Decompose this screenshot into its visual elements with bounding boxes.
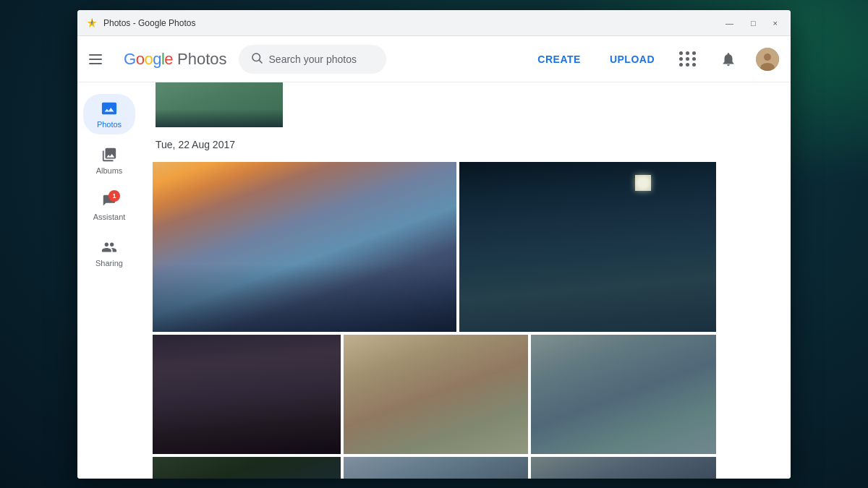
assistant-badge: 1: [109, 190, 120, 202]
sidebar-item-albums[interactable]: Albums: [83, 140, 135, 181]
assistant-label: Assistant: [93, 213, 126, 221]
notifications-button[interactable]: [715, 46, 741, 72]
browser-tab-title: Photos - Google Photos: [103, 18, 721, 28]
search-icon: [250, 51, 263, 67]
partial-top-image[interactable]: [156, 82, 283, 127]
navbar: Google Photos Search your photos CREATE …: [77, 36, 791, 82]
google-apps-button[interactable]: [675, 46, 701, 72]
assistant-icon: 1: [101, 192, 118, 210]
photos-label: Photos: [97, 120, 122, 129]
photo-mountains-moon[interactable]: [459, 162, 716, 332]
search-bar[interactable]: Search your photos: [239, 45, 387, 74]
albums-label: Albums: [96, 166, 123, 175]
avatar-image: [756, 48, 779, 71]
photo-rocky-partial[interactable]: [531, 457, 716, 479]
hamburger-line-2: [89, 59, 102, 60]
title-bar: Photos - Google Photos — □ ×: [77, 10, 791, 36]
sidebar-item-sharing[interactable]: Sharing: [83, 233, 135, 273]
date-header: Tue, 22 Aug 2017: [153, 133, 779, 156]
svg-point-4: [252, 53, 260, 61]
search-placeholder-text: Search your photos: [269, 53, 357, 65]
close-button[interactable]: ×: [769, 16, 782, 30]
photo-london-shard[interactable]: [153, 162, 456, 332]
svg-point-7: [764, 53, 771, 61]
browser-window: Photos - Google Photos — □ × Google Phot…: [77, 10, 791, 479]
photo-ocean-partial[interactable]: [344, 457, 528, 479]
photo-row-3: [153, 457, 779, 479]
photo-stpauls[interactable]: [153, 335, 341, 454]
google-photos-logo: Google Photos: [124, 50, 227, 69]
sidebar-item-photos[interactable]: Photos: [83, 94, 135, 134]
photo-row-2: [153, 335, 779, 454]
account-avatar[interactable]: [756, 48, 779, 71]
sidebar: Photos Albums 1: [77, 82, 141, 479]
sharing-label: Sharing: [95, 259, 123, 267]
svg-marker-1: [92, 18, 93, 22]
create-button[interactable]: CREATE: [535, 48, 584, 71]
moon-detail: [635, 175, 651, 191]
photos-icon: [101, 100, 118, 117]
svg-line-5: [259, 60, 262, 63]
albums-icon: [101, 146, 118, 163]
logo-text: Google: [124, 50, 173, 69]
photo-forest-partial[interactable]: [153, 457, 341, 479]
hamburger-menu-button[interactable]: [89, 51, 106, 68]
maximize-button[interactable]: □: [746, 16, 760, 30]
sharing-icon: [101, 239, 118, 256]
sidebar-item-assistant[interactable]: 1 Assistant: [83, 187, 135, 227]
favicon: [86, 17, 98, 29]
photo-coastal[interactable]: [344, 335, 528, 454]
apps-grid-icon: [679, 51, 697, 67]
minimize-button[interactable]: —: [721, 16, 738, 30]
upload-button[interactable]: UPLOAD: [607, 48, 658, 71]
assistant-icon-wrap: 1: [101, 193, 117, 209]
logo-photos-text: Photos: [177, 50, 227, 69]
photo-lake-mountains[interactable]: [531, 335, 716, 454]
window-controls: — □ ×: [721, 16, 782, 30]
photo-row-1: [153, 162, 779, 332]
main-layout: Photos Albums 1: [77, 82, 791, 479]
hamburger-line-3: [89, 63, 102, 64]
hamburger-line-1: [89, 54, 102, 56]
content-area[interactable]: Tue, 22 Aug 2017: [141, 82, 791, 479]
